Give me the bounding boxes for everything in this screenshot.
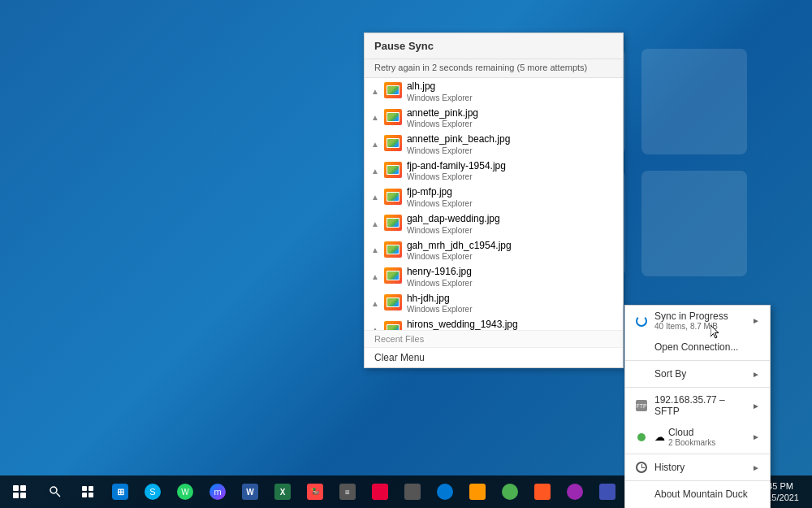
taskbar-word[interactable]: W [234,475,266,508]
file-icon [384,135,402,153]
ctx-cloud[interactable]: ☁ Cloud 2 Bookmarks ► [625,422,770,452]
file-icon [384,321,402,330]
svg-line-9 [57,493,61,497]
svg-rect-11 [89,486,93,491]
file-item[interactable]: ▲ annette_pink_beach.jpg Windows Explore… [365,131,623,158]
file-source: Windows Explorer [407,119,478,128]
panel-header: Pause Sync [365,33,623,59]
file-name: gah_dap-wedding.jpg [407,213,500,226]
start-button[interactable] [0,475,39,508]
taskbar-app3[interactable] [396,475,429,508]
file-upload-arrow: ▲ [371,325,379,330]
recent-files-label: Recent Files [365,330,623,347]
file-name: annette_pink_beach.jpg [407,133,510,146]
ctx-history[interactable]: History ► [625,456,770,479]
file-info: hirons_wedding_1943.jpg Windows Explorer [407,319,518,330]
file-icon [384,215,402,232]
taskbar-task-view[interactable] [71,475,104,508]
separator-3 [625,454,770,454]
file-item[interactable]: ▲ alh.jpg Windows Explorer [365,78,623,105]
separator-4 [625,480,770,481]
taskbar-whatsapp[interactable]: W [169,475,201,508]
file-info: henry-1916.jpg Windows Explorer [407,266,473,288]
file-item[interactable]: ▲ gah_dap-wedding.jpg Windows Explorer [365,211,623,237]
file-name: gah_mrh_jdh_c1954.jpg [407,240,512,253]
file-upload-arrow: ▲ [371,193,379,202]
taskbar-app8[interactable] [559,475,591,508]
taskbar-app9[interactable] [591,475,624,508]
file-icon [384,82,402,100]
taskbar-excel[interactable]: X [266,475,299,508]
file-upload-arrow: ▲ [371,167,379,176]
file-item[interactable]: ▲ fjp-mfp.jpg Windows Explorer [365,184,623,211]
sync-progress-sublabel: 40 Items, 8.7 MiB [654,322,752,331]
taskbar-app4[interactable] [429,475,461,508]
file-name: fjp-mfp.jpg [407,186,473,199]
file-source: Windows Explorer [407,199,473,208]
ctx-open-connection[interactable]: Open Connection... [625,336,770,358]
taskbar-app6[interactable] [494,475,526,508]
file-upload-arrow: ▲ [371,113,379,122]
svg-rect-4 [13,485,19,491]
taskbar-messenger[interactable]: m [201,475,234,508]
file-name: hirons_wedding_1943.jpg [407,319,518,330]
cloud-arrow-icon: ► [752,432,760,441]
ctx-sort-by[interactable]: Sort By ► [625,363,770,385]
taskbar-app-store[interactable]: ⊞ [104,475,136,508]
file-icon [384,109,402,127]
history-icon [635,461,648,474]
context-menu: Sync in Progress 40 Items, 8.7 MiB ► Ope… [624,305,771,508]
file-upload-arrow: ▲ [371,272,379,281]
file-item[interactable]: ▲ annette_pink.jpg Windows Explorer [365,105,623,132]
file-item[interactable]: ▲ hh-jdh.jpg Windows Explorer [365,290,623,317]
about-icon [635,488,648,501]
cloud-sublabel: 2 Bookmarks [668,438,715,447]
file-info: annette_pink_beach.jpg Windows Explorer [407,133,510,155]
file-list: ▲ alh.jpg Windows Explorer ▲ [365,78,623,330]
file-info: gah_mrh_jdh_c1954.jpg Windows Explorer [407,240,512,262]
taskbar-calc[interactable]: ≡ [331,475,364,508]
taskbar-app5[interactable] [461,475,494,508]
svg-rect-7 [20,493,26,498]
ctx-sync-progress[interactable]: Sync in Progress 40 Items, 8.7 MiB ► [625,306,770,336]
sftp-label: 192.168.35.77 – SFTP [654,394,752,417]
file-upload-arrow: ▲ [371,87,379,96]
sftp-icon: FTP [635,399,648,412]
panel-status: Retry again in 2 seconds remaining (5 mo… [365,59,623,78]
file-item[interactable]: ▲ henry-1916.jpg Windows Explorer [365,263,623,290]
svg-rect-12 [82,493,87,497]
file-upload-arrow: ▲ [371,245,379,254]
taskbar-skype[interactable]: S [136,475,169,508]
taskbar-items: ⊞ S W m W X 🦆 ≡ [39,475,694,508]
svg-rect-10 [82,486,87,491]
taskbar-app7[interactable] [526,475,559,508]
svg-rect-5 [20,485,26,491]
taskbar-app1[interactable]: 🦆 [299,475,331,508]
panel-title[interactable]: Pause Sync [374,40,613,52]
file-item[interactable]: ▲ hirons_wedding_1943.jpg Windows Explor… [365,316,623,330]
file-upload-arrow: ▲ [371,140,379,149]
sync-panel: Pause Sync Retry again in 2 seconds rema… [364,33,624,368]
ctx-about[interactable]: About Mountain Duck [625,483,770,506]
ctx-sftp[interactable]: FTP 192.168.35.77 – SFTP ► [625,389,770,422]
file-name: annette_pink.jpg [407,107,478,120]
file-source: Windows Explorer [407,146,510,155]
taskbar-app2[interactable] [364,475,396,508]
svg-rect-6 [13,493,19,498]
file-icon [384,162,402,180]
cloud-label: Cloud [668,427,715,438]
file-source: Windows Explorer [407,172,506,181]
file-name: hh-jdh.jpg [407,293,473,306]
taskbar-search[interactable] [39,475,71,508]
history-label: History [654,462,752,473]
file-source: Windows Explorer [407,226,500,235]
file-icon [384,267,402,285]
file-icon [384,294,402,312]
desktop: Pause Sync Retry again in 2 seconds rema… [0,0,812,508]
file-item[interactable]: ▲ gah_mrh_jdh_c1954.jpg Windows Explorer [365,237,623,264]
file-source: Windows Explorer [407,279,473,288]
separator-1 [625,360,770,361]
sort-by-label: Sort By [654,368,752,380]
file-item[interactable]: ▲ fjp-and-family-1954.jpg Windows Explor… [365,158,623,185]
clear-menu-button[interactable]: Clear Menu [365,347,623,367]
